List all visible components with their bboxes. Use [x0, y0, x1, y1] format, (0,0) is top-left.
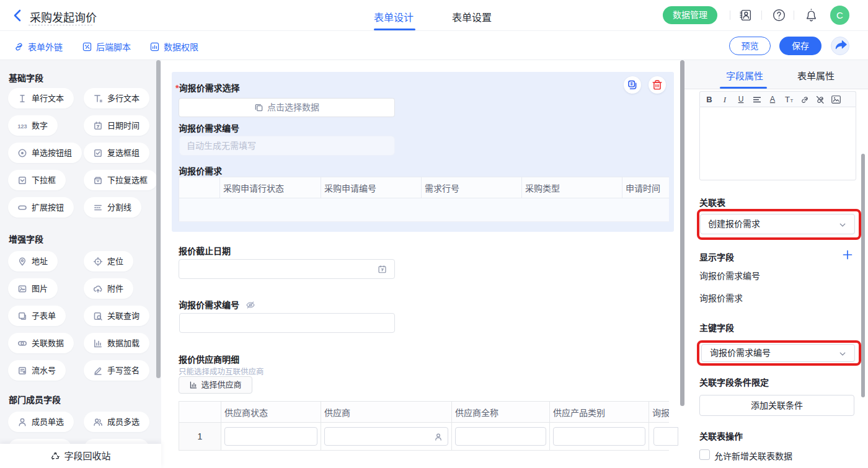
svg-text:T: T	[785, 95, 790, 104]
svg-text:A: A	[770, 95, 776, 104]
svg-text:T: T	[790, 98, 794, 104]
svg-text:I: I	[723, 95, 727, 104]
svg-text:U: U	[738, 95, 744, 104]
svg-text:B: B	[706, 95, 712, 104]
